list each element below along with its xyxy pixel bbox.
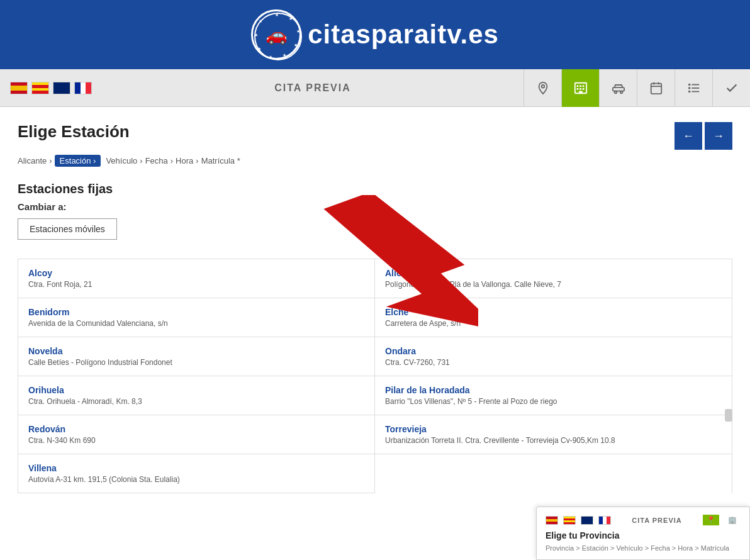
station-address: Ctra. N-340 Km 690 <box>28 436 364 445</box>
station-address: Avenida de la Comunidad Valenciana, s/n <box>28 319 364 328</box>
breadcrumb-fecha[interactable]: Fecha <box>145 156 168 165</box>
svg-text:★: ★ <box>283 53 286 57</box>
station-item[interactable]: Novelda Calle Betíes - Polígono Industri… <box>18 337 375 376</box>
svg-rect-14 <box>582 85 584 87</box>
station-item[interactable]: Benidorm Avenida de la Comunidad Valenci… <box>18 298 375 337</box>
mini-flag-es <box>546 516 558 525</box>
nav-calendar-icon[interactable] <box>637 69 674 107</box>
svg-rect-22 <box>651 83 661 94</box>
station-name: Novelda <box>28 346 364 356</box>
page-title: Elige Estación <box>18 122 130 142</box>
svg-text:★: ★ <box>289 16 293 21</box>
mini-cita-label: CITA PREVIA <box>616 517 698 524</box>
station-name: Alicante <box>385 268 722 278</box>
scroll-indicator <box>725 409 732 422</box>
station-name: Villena <box>28 463 364 473</box>
nav-location-icon[interactable] <box>523 69 561 107</box>
prev-button[interactable]: ← <box>674 122 702 150</box>
nav-building-icon[interactable] <box>561 69 599 107</box>
mini-flag-fr <box>598 516 611 525</box>
station-name: Ondara <box>385 346 722 356</box>
nav-arrows-container: ← → <box>674 122 732 150</box>
breadcrumb-hora[interactable]: Hora <box>176 156 193 165</box>
main-content: Elige Estación ← → Alicante › Estación ›… <box>0 107 750 560</box>
logo-circle: ★ ★ ★ ★ ★ ★ ★ ★ ★ 🚗 <box>251 9 301 60</box>
mini-footer-navbar: CITA PREVIA 📍 🏢 <box>546 515 741 525</box>
svg-point-30 <box>688 87 690 89</box>
mini-footer-overlay: CITA PREVIA 📍 🏢 Elige tu Provincia Provi… <box>536 507 750 560</box>
svg-rect-15 <box>576 88 578 90</box>
station-item[interactable]: Alcoy Ctra. Font Roja, 21 <box>18 259 375 298</box>
station-item[interactable]: Redován Ctra. N-340 Km 690 <box>18 415 375 454</box>
mini-location-btn[interactable]: 📍 <box>703 515 719 525</box>
cambiar-label: Cambiar a: <box>18 201 732 212</box>
svg-text:★: ★ <box>269 55 272 59</box>
station-item[interactable]: Ondara Ctra. CV-7260, 731 <box>375 337 732 376</box>
language-flags <box>0 82 102 94</box>
station-item[interactable]: Orihuela Ctra. Orihuela - Almoradí, Km. … <box>18 376 375 415</box>
svg-text:★: ★ <box>259 19 262 23</box>
nav-check-icon[interactable] <box>712 69 750 107</box>
svg-rect-18 <box>579 91 583 93</box>
flag-spain[interactable] <box>10 82 28 94</box>
flag-french[interactable] <box>74 82 92 94</box>
station-address: Ctra. Orihuela - Almoradí, Km. 8,3 <box>28 397 364 406</box>
station-name: Redován <box>28 424 364 434</box>
svg-rect-13 <box>579 85 581 87</box>
station-address: Ctra. CV-7260, 731 <box>385 358 722 367</box>
svg-text:★: ★ <box>254 33 258 37</box>
btn-estaciones-moviles[interactable]: Estaciones móviles <box>18 218 117 240</box>
breadcrumb-vehiculo[interactable]: Vehículo <box>106 156 137 165</box>
station-address: Autovía A-31 km. 191,5 (Colonia Sta. Eul… <box>28 475 364 484</box>
flag-catalan[interactable] <box>31 82 49 94</box>
svg-point-29 <box>688 84 690 85</box>
next-button[interactable]: → <box>705 122 732 150</box>
svg-point-31 <box>688 91 690 92</box>
flag-english[interactable] <box>53 82 70 94</box>
svg-text:★: ★ <box>275 13 279 17</box>
station-item[interactable]: Torrevieja Urbanización Torreta II. Ctra… <box>375 415 732 454</box>
svg-rect-16 <box>579 88 581 90</box>
nav-car-icon[interactable] <box>599 69 637 107</box>
station-address: Polígono Industrial Plà de la Vallonga. … <box>385 280 722 289</box>
site-title: citasparaitv.es <box>308 20 499 50</box>
station-name: Torrevieja <box>385 424 722 434</box>
svg-point-21 <box>620 91 622 93</box>
logo-container: ★ ★ ★ ★ ★ ★ ★ ★ ★ 🚗 citasparaitv.es <box>251 9 499 60</box>
section-title: Estaciones fijas <box>18 182 732 196</box>
station-name: Alcoy <box>28 268 364 278</box>
station-address: Carretera de Aspe, s/n <box>385 319 722 328</box>
mini-building-btn[interactable]: 🏢 <box>724 515 741 525</box>
car-icon: 🚗 <box>266 25 288 45</box>
station-address: Calle Betíes - Polígono Industrial Fondo… <box>28 358 364 367</box>
station-address: Urbanización Torreta II. Ctra. Crevillen… <box>385 436 722 445</box>
main-navbar: CITA PREVIA <box>0 69 750 107</box>
mini-flag-uk <box>581 516 593 525</box>
nav-list-icon[interactable] <box>674 69 712 107</box>
svg-rect-19 <box>612 87 624 91</box>
nav-icon-group <box>523 69 750 107</box>
breadcrumb: Alicante › Estación › Vehículo › Fecha ›… <box>18 155 732 167</box>
station-item[interactable]: Villena Autovía A-31 km. 191,5 (Colonia … <box>18 454 375 493</box>
station-item[interactable]: Pilar de la Horadada Barrio "Los Villena… <box>375 376 732 415</box>
nav-cita-previa-label: CITA PREVIA <box>102 82 523 94</box>
svg-text:★: ★ <box>296 29 300 33</box>
station-name: Benidorm <box>28 307 364 317</box>
svg-rect-12 <box>576 85 578 87</box>
svg-rect-17 <box>582 88 584 90</box>
svg-text:★: ★ <box>257 47 261 51</box>
station-name: Pilar de la Horadada <box>385 385 722 395</box>
site-header: ★ ★ ★ ★ ★ ★ ★ ★ ★ 🚗 citasparaitv.es <box>0 0 750 69</box>
station-address: Barrio "Los Villenas", Nº 5 - Frente al … <box>385 397 722 406</box>
stations-grid: Alcoy Ctra. Font Roja, 21 Alicante Políg… <box>18 259 732 493</box>
page-header-row: Elige Estación ← → <box>18 122 732 150</box>
breadcrumb-matricula[interactable]: Matrícula * <box>201 156 240 165</box>
svg-text:★: ★ <box>294 43 298 47</box>
breadcrumb-alicante[interactable]: Alicante <box>18 156 47 165</box>
station-name: Orihuela <box>28 385 364 395</box>
station-item[interactable]: Elche Carretera de Aspe, s/n <box>375 298 732 337</box>
svg-point-20 <box>614 91 617 93</box>
mini-flag-ca <box>563 516 576 525</box>
breadcrumb-estacion[interactable]: Estación › <box>55 155 101 167</box>
station-item[interactable]: Alicante Polígono Industrial Plà de la V… <box>375 259 732 298</box>
